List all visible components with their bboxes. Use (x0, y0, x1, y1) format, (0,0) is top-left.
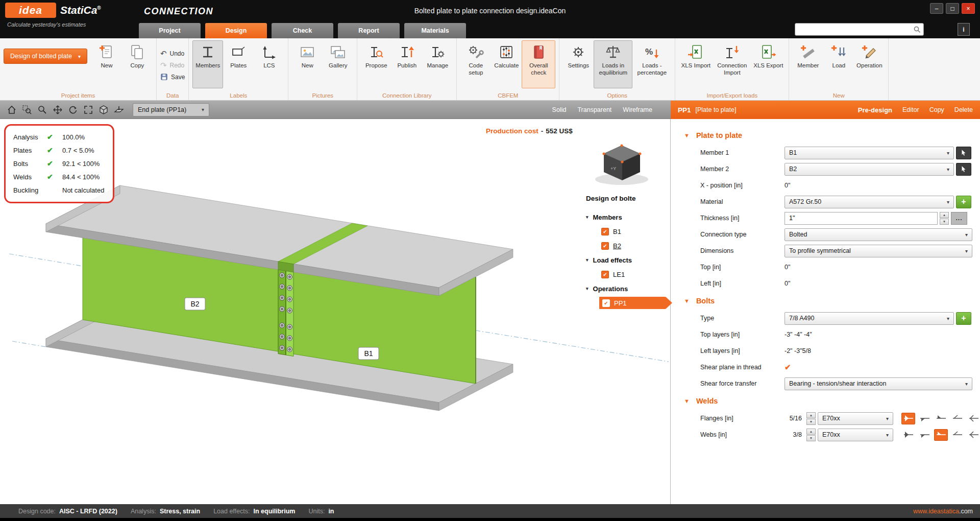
tree-item-b1[interactable]: ✔ B1 (586, 224, 671, 239)
weld-type-fillet-above-icon[interactable] (934, 413, 948, 424)
webs-weld-size-field[interactable]: 3/8 (785, 431, 802, 438)
zoom-button[interactable] (35, 102, 50, 117)
loads-in-equilibrium-toggle[interactable]: Loads in equilibrium (594, 40, 632, 88)
flanges-weld-size-field[interactable]: 5/16 (785, 415, 802, 422)
thickness-field[interactable]: 1" (785, 212, 938, 225)
flanges-electrode-select[interactable]: E70xx ▾ (818, 412, 893, 425)
xls-import-button[interactable]: XLS Import (679, 40, 713, 88)
tab-project[interactable]: Project (139, 23, 201, 38)
tree-item-pp1[interactable]: ✔ PP1 (599, 297, 666, 309)
x-position-field[interactable]: 0" (785, 182, 790, 189)
pick-member2-button[interactable] (956, 163, 971, 176)
section-bolts[interactable]: ▼ Bolts (671, 292, 980, 310)
copy-operation-button[interactable]: Copy (929, 106, 944, 113)
library-propose-button[interactable]: Propose (361, 40, 391, 88)
pick-member1-button[interactable] (956, 147, 971, 159)
left-layers-field[interactable]: -2" -3"5/8 (785, 347, 811, 354)
view-mode-wireframe[interactable]: Wireframe (623, 106, 652, 113)
labels-plates-toggle[interactable]: Plates (223, 40, 254, 88)
tab-design[interactable]: Design (205, 23, 267, 38)
website-link[interactable]: www.ideastatica.com (913, 508, 973, 515)
delete-operation-button[interactable]: Delete (954, 106, 973, 113)
dimensions-select[interactable]: To profile symmetrical ▾ (785, 245, 972, 257)
step-down-button[interactable]: ▼ (806, 419, 816, 425)
weld-type-double-bevel-icon[interactable] (967, 429, 980, 441)
settings-button[interactable]: Settings (563, 40, 594, 88)
shear-transfer-select[interactable]: Bearing - tension/shear interaction ▾ (785, 377, 972, 390)
step-down-button[interactable]: ▼ (940, 219, 949, 225)
maximize-button[interactable]: □ (946, 3, 959, 14)
loads-percentage-button[interactable]: % Loads - percentage (632, 40, 671, 88)
labels-lcs-toggle[interactable]: LCS (254, 40, 284, 88)
checkbox-checked[interactable]: ✔ (602, 299, 610, 307)
editor-button[interactable]: Editor (902, 106, 919, 113)
member1-select[interactable]: B1 ▾ (785, 147, 954, 159)
step-up-button[interactable]: ▲ (940, 212, 949, 218)
minimize-button[interactable]: – (930, 3, 943, 14)
weld-type-fillet-below-icon[interactable] (918, 429, 932, 441)
xls-export-button[interactable]: XLS Export (751, 40, 785, 88)
weld-type-double-bevel-icon[interactable] (967, 413, 980, 424)
clip-plane-button[interactable] (111, 102, 127, 117)
orientation-cube[interactable]: +Y (595, 145, 648, 185)
pan-button[interactable] (50, 102, 65, 117)
rotate-view-button[interactable] (65, 102, 81, 117)
solid-model-button[interactable] (96, 102, 111, 117)
section-plate-to-plate[interactable]: ▼ Plate to plate (671, 126, 980, 145)
calculate-button[interactable]: Calculate (491, 40, 522, 88)
weld-type-double-fillet-icon[interactable] (901, 429, 915, 441)
save-button[interactable]: Save (160, 72, 185, 82)
add-material-button[interactable]: + (956, 196, 971, 208)
tab-materials[interactable]: Materials (404, 23, 466, 38)
left-field[interactable]: 0" (785, 280, 790, 287)
zoom-window-button[interactable] (19, 102, 35, 117)
tab-check[interactable]: Check (272, 23, 333, 38)
redo-button[interactable]: ↷ Redo (160, 60, 185, 70)
tree-item-le1[interactable]: ✔ LE1 (586, 267, 671, 281)
shear-plane-checkbox[interactable]: ✔ (785, 363, 791, 372)
view-mode-solid[interactable]: Solid (552, 106, 567, 113)
view-mode-transparent[interactable]: Transparent (577, 106, 611, 113)
connection-import-button[interactable]: Connection Import (713, 40, 751, 88)
checkbox-checked[interactable]: ✔ (601, 228, 609, 235)
weld-type-bevel-icon[interactable] (950, 429, 964, 441)
picture-gallery-button[interactable]: Gallery (323, 40, 353, 88)
weld-type-fillet-above-icon[interactable] (934, 429, 948, 441)
picture-new-button[interactable]: New (292, 40, 323, 88)
code-setup-button[interactable]: Code setup (460, 40, 491, 88)
tree-section-operations[interactable]: ▾ Operations (586, 281, 671, 296)
weld-type-bevel-icon[interactable] (950, 413, 964, 424)
new-member-button[interactable]: Member (793, 40, 823, 88)
new-load-button[interactable]: Load (823, 40, 854, 88)
library-publish-button[interactable]: Publish (391, 40, 422, 88)
connection-type-select[interactable]: Bolted ▾ (785, 228, 972, 241)
section-welds[interactable]: ▼ Welds (671, 392, 980, 410)
tab-report[interactable]: Report (338, 23, 400, 38)
top-field[interactable]: 0" (785, 264, 790, 271)
step-up-button[interactable]: ▲ (806, 429, 816, 435)
copy-project-item-button[interactable]: Copy (122, 40, 153, 88)
material-select[interactable]: A572 Gr.50 ▾ (785, 196, 954, 208)
top-layers-field[interactable]: -3" -4" -4" (785, 331, 812, 338)
new-operation-button[interactable]: Operation (854, 40, 885, 88)
home-view-button[interactable] (4, 102, 19, 117)
thickness-more-button[interactable]: ... (951, 212, 967, 225)
weld-type-fillet-below-icon[interactable] (918, 413, 932, 424)
member2-select[interactable]: B2 ▾ (785, 163, 954, 176)
library-manage-button[interactable]: Manage (422, 40, 453, 88)
predesign-button[interactable]: Pre-design (858, 106, 892, 114)
new-project-item-button[interactable]: New (91, 40, 122, 88)
tree-section-members[interactable]: ▾ Members (586, 210, 671, 224)
step-up-button[interactable]: ▲ (806, 412, 816, 418)
checkbox-checked[interactable]: ✔ (601, 242, 609, 250)
checkbox-checked[interactable]: ✔ (601, 271, 609, 278)
step-down-button[interactable]: ▼ (806, 435, 816, 441)
search-input[interactable] (795, 23, 913, 35)
bolt-type-select[interactable]: 7/8 A490 ▾ (785, 312, 954, 325)
operation-view-dropdown[interactable]: End plate (PP1a) ▾ (133, 103, 209, 116)
tree-section-load-effects[interactable]: ▾ Load effects (586, 253, 671, 267)
zoom-fit-button[interactable] (81, 102, 96, 117)
weld-type-double-fillet-icon[interactable] (901, 413, 915, 424)
undo-button[interactable]: ↶ Undo (160, 49, 185, 58)
info-button[interactable]: i (958, 23, 970, 36)
